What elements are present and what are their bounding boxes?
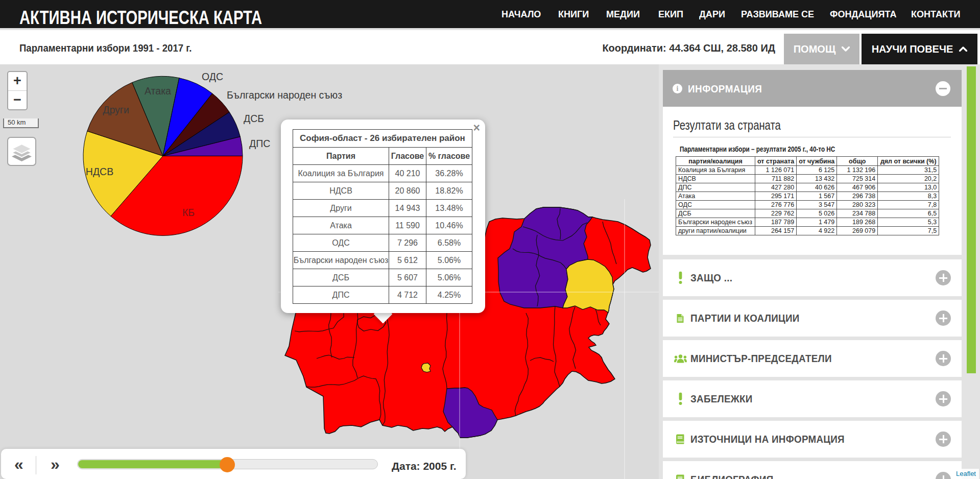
svg-text:ДПС: ДПС [249, 138, 270, 149]
svg-text:Български народен съюз: Български народен съюз [227, 89, 342, 101]
svg-text:Други: Други [103, 104, 129, 115]
svg-text:ДСБ: ДСБ [244, 113, 264, 124]
svg-text:Атака: Атака [145, 85, 171, 97]
svg-text:ОДС: ОДС [202, 71, 223, 82]
svg-text:НДСВ: НДСВ [86, 166, 113, 177]
svg-text:КБ: КБ [182, 207, 195, 218]
